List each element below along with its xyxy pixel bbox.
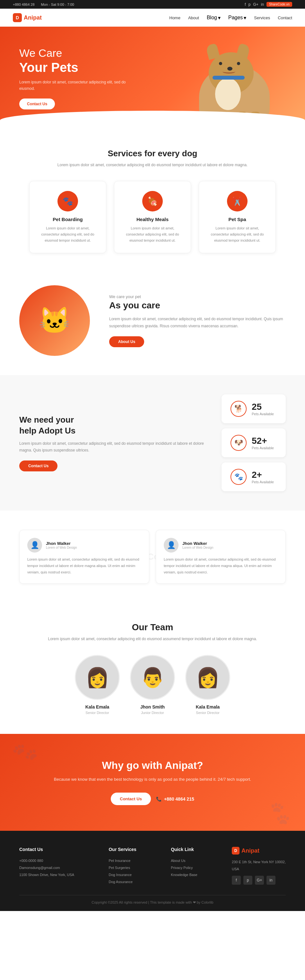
footer-link-about[interactable]: About Us bbox=[171, 857, 198, 864]
service-card-meals: 🍖 Healthy Meals Lorem ipsum dolor sit am… bbox=[114, 181, 191, 253]
boarding-emoji: 🐾 bbox=[62, 196, 73, 206]
nav-services[interactable]: Services bbox=[254, 15, 270, 20]
service-title-spa: Pet Spa bbox=[207, 216, 268, 222]
watermark-badge: ShareCode.vn bbox=[267, 2, 292, 7]
testimonial-text-2: Lorem ipsum dolor sit amet, consectetur … bbox=[164, 557, 278, 575]
footer-logo: D Anipat bbox=[232, 847, 286, 854]
footer-quicklinks: Quick Link About Us Privacy Policy Knowl… bbox=[171, 847, 198, 885]
adopt-content: We need your help Adopt Us Lorem ipsum d… bbox=[19, 415, 209, 471]
social-gplus[interactable]: G+ bbox=[253, 2, 258, 7]
service-desc-meals: Lorem ipsum dolor sit amet, consectetur … bbox=[122, 225, 183, 243]
footer-email: Damonsdung@gmail.com bbox=[19, 864, 74, 871]
footer: Contact Us +000-0000 880 Damonsdung@gmai… bbox=[0, 831, 305, 911]
stat-info: 25 Pets Available bbox=[252, 402, 274, 416]
stat-label-25: Pets Available bbox=[252, 412, 274, 416]
schedule: Mon - Sat 9:00 - 7:00 bbox=[41, 3, 74, 6]
cta-phone-number: +880 4864 215 bbox=[164, 797, 194, 802]
team-avatar-2: 👨 bbox=[130, 655, 175, 700]
services-grid: 🐾 Pet Boarding Lorem ipsum dolor sit ame… bbox=[19, 181, 286, 253]
meals-emoji: 🍖 bbox=[147, 196, 158, 206]
adopt-stats: 🐕 25 Pets Available 🐶 52+ Pets Available… bbox=[222, 395, 286, 491]
footer-link-knowledge[interactable]: Knowledge Base bbox=[171, 871, 198, 878]
footer-logo-icon: D bbox=[232, 847, 240, 854]
cta-buttons: Contact Us 📞 +880 4864 215 bbox=[19, 792, 286, 805]
nav-contact[interactable]: Contact bbox=[278, 15, 292, 20]
stat-number-25: 25 bbox=[252, 402, 274, 412]
footer-link-dog-insurance[interactable]: Dog Insurance bbox=[109, 871, 136, 878]
nav-home[interactable]: Home bbox=[169, 15, 180, 20]
social-icon-fb[interactable]: f bbox=[232, 876, 241, 885]
spa-emoji: ✂️ bbox=[232, 196, 243, 206]
team-name-1: Kala Emala bbox=[75, 704, 120, 710]
team-section: Our Team Lorem ipsum dolor sit amet, con… bbox=[0, 603, 305, 734]
avatar-emoji-1: 👤 bbox=[30, 541, 39, 549]
footer-link-pet-insurance[interactable]: Pet Insurance bbox=[109, 857, 136, 864]
logo-text: Anipat bbox=[24, 14, 42, 21]
author-avatar-1: 👤 bbox=[27, 538, 42, 552]
footer-link-pet-surgeries[interactable]: Pet Surgeries bbox=[109, 864, 136, 871]
footer-logo-text: Anipat bbox=[241, 848, 259, 854]
social-pinterest[interactable]: p bbox=[249, 2, 251, 7]
nav: Home About Blog ▾ Pages ▾ Services Conta… bbox=[169, 15, 292, 21]
team-emoji-1: 👩 bbox=[85, 666, 110, 689]
adopt-section: We need your help Adopt Us Lorem ipsum d… bbox=[0, 375, 305, 511]
stat-card-52: 🐶 52+ Pets Available bbox=[222, 428, 286, 457]
nav-about[interactable]: About bbox=[188, 15, 199, 20]
footer-link-privacy[interactable]: Privacy Policy bbox=[171, 864, 198, 871]
author-info-2: Jhon Walker Lorem of Web Design bbox=[182, 541, 214, 549]
cta-contact-button[interactable]: Contact Us bbox=[111, 792, 151, 805]
footer-link-dog-assurance[interactable]: Dog Assurance bbox=[109, 878, 136, 885]
hero-heading: We Care Your Pets bbox=[19, 46, 135, 75]
care-description: Lorem ipsum dolor sit amet, consectetur … bbox=[109, 316, 286, 329]
testimonial-card-2: 👤 Jhon Walker Lorem of Web Design Lorem … bbox=[156, 530, 286, 583]
service-desc-boarding: Lorem ipsum dolor sit amet, consectetur … bbox=[37, 225, 98, 243]
hero-cta-button[interactable]: Contact Us bbox=[19, 99, 55, 110]
team-name-3: Kala Emala bbox=[185, 704, 230, 710]
header: D Anipat Home About Blog ▾ Pages ▾ Servi… bbox=[0, 9, 305, 27]
care-about-button[interactable]: About Us bbox=[109, 336, 144, 347]
cat-illustration: 🐱 bbox=[38, 305, 70, 336]
social-fb[interactable]: f bbox=[244, 2, 246, 7]
footer-brand-address1: 230 E 1th St, New York NY 10002, bbox=[232, 858, 286, 865]
team-avatar-3: 👩 bbox=[185, 655, 230, 700]
service-icon-boarding: 🐾 bbox=[57, 191, 78, 212]
care-section: 🐱 We care your pet As you care Lorem ips… bbox=[0, 266, 305, 375]
footer-brand-address2: USA bbox=[232, 865, 286, 872]
author-role-2: Lorem of Web Design bbox=[182, 546, 214, 549]
service-title-meals: Healthy Meals bbox=[122, 216, 183, 222]
footer-contact-title: Contact Us bbox=[19, 847, 74, 852]
author-role-1: Lorem of Web Design bbox=[46, 546, 77, 549]
care-image: 🐱 bbox=[19, 285, 90, 356]
social-icon-p[interactable]: p bbox=[243, 876, 252, 885]
services-title: Services for every dog bbox=[19, 149, 286, 159]
hero-section: We Care Your Pets Lorem ipsum dolor sit … bbox=[0, 27, 305, 129]
care-content: We care your pet As you care Lorem ipsum… bbox=[109, 294, 286, 347]
social-linkedin[interactable]: in bbox=[261, 2, 264, 7]
social-icon-in[interactable]: in bbox=[267, 876, 275, 885]
stat-label-2: Pets Available bbox=[252, 480, 274, 484]
services-subtitle: Lorem ipsum dolor sit amet, consectetur … bbox=[19, 162, 286, 168]
footer-address: 1100 Shown Drive, New York, USA bbox=[19, 871, 74, 878]
logo[interactable]: D Anipat bbox=[13, 13, 42, 22]
nav-pages[interactable]: Pages ▾ bbox=[228, 15, 246, 21]
cta-section: 🐾 🐾 Why go with Anipat? Because we know … bbox=[0, 734, 305, 831]
top-bar: +880 4864 28 Mon - Sat 9:00 - 7:00 f p G… bbox=[0, 0, 305, 9]
top-bar-social: f p G+ in ShareCode.vn bbox=[244, 2, 292, 7]
stat-info-52: 52+ Pets Available bbox=[252, 436, 274, 450]
hero-wave bbox=[0, 111, 305, 129]
social-icon-g[interactable]: G+ bbox=[255, 876, 264, 885]
stat-info-2: 2+ Pets Available bbox=[252, 470, 274, 484]
team-subtitle: Lorem ipsum dolor sit amet, consectetur … bbox=[19, 636, 286, 642]
adopt-contact-button[interactable]: Contact Us bbox=[19, 460, 57, 471]
team-avatar-1: 👩 bbox=[75, 655, 120, 700]
avatar-emoji-2: 👤 bbox=[167, 541, 176, 549]
team-name-2: Jhon Smith bbox=[130, 704, 175, 710]
nav-blog[interactable]: Blog ▾ bbox=[207, 15, 220, 21]
author-info-1: Jhon Walker Lorem of Web Design bbox=[46, 541, 77, 549]
hero-description: Lorem ipsum dolor sit amet, consectetur … bbox=[19, 79, 135, 92]
logo-icon: D bbox=[13, 13, 22, 22]
testimonial-author-1: 👤 Jhon Walker Lorem of Web Design bbox=[27, 538, 141, 552]
stat-label-52: Pets Available bbox=[252, 446, 274, 450]
team-grid: 👩 Kala Emala Senior Director 👨 Jhon Smit… bbox=[19, 655, 286, 714]
team-member-1: 👩 Kala Emala Senior Director bbox=[75, 655, 120, 714]
